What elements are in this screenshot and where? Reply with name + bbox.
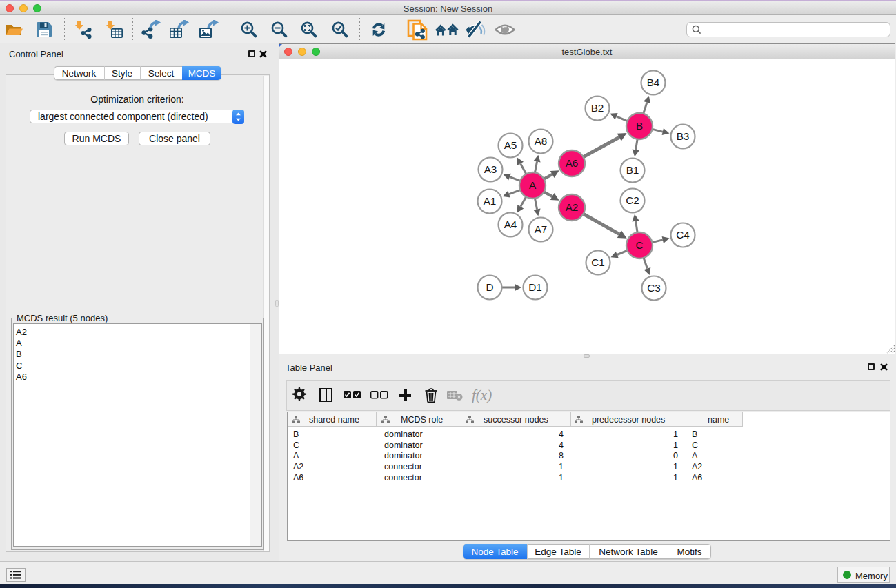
svg-text:A5: A5 [504, 139, 517, 151]
svg-text:C3: C3 [647, 282, 661, 294]
svg-text:C1: C1 [591, 256, 605, 268]
svg-text:A: A [529, 179, 537, 191]
svg-text:A4: A4 [504, 219, 517, 230]
svg-text:B1: B1 [626, 164, 639, 176]
svg-text:A6: A6 [566, 157, 579, 169]
svg-text:A8: A8 [535, 135, 548, 147]
svg-text:D1: D1 [528, 281, 542, 293]
svg-text:A2: A2 [566, 201, 579, 213]
svg-text:B: B [636, 120, 643, 132]
svg-text:B4: B4 [647, 77, 660, 88]
svg-text:C2: C2 [626, 194, 639, 206]
svg-text:B2: B2 [591, 102, 604, 114]
svg-text:A7: A7 [535, 223, 548, 235]
svg-text:D: D [486, 281, 493, 293]
svg-text:B3: B3 [677, 130, 690, 142]
svg-text:A3: A3 [484, 163, 497, 175]
svg-text:A1: A1 [484, 195, 497, 207]
svg-text:C: C [635, 239, 643, 251]
svg-text:C4: C4 [676, 229, 690, 241]
